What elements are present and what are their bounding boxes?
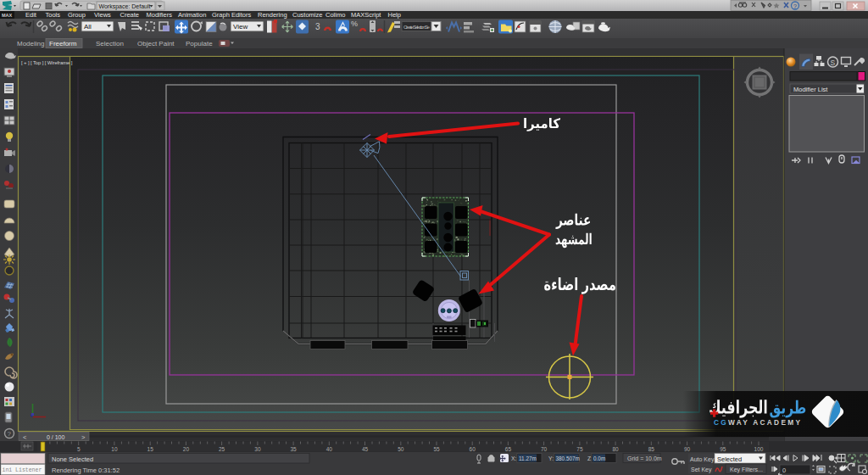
svg-text:CGWAY ACADEMY: CGWAY ACADEMY (714, 418, 802, 427)
